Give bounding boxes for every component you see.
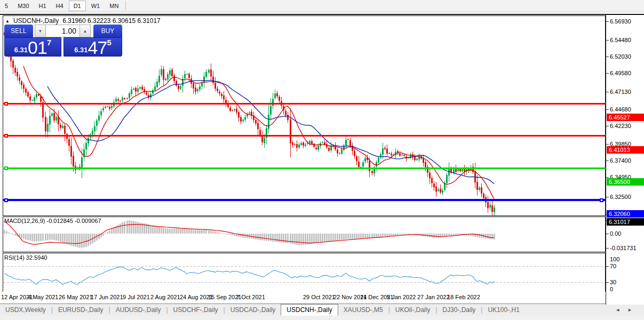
tab-usdchf-[interactable]: USDCHF-,Daily <box>168 305 224 315</box>
hline-support-blue[interactable] <box>3 199 606 201</box>
price-axis-tick <box>606 21 609 22</box>
price-axis-tick <box>606 126 609 126</box>
macd-axis-tick <box>606 248 609 249</box>
chart-title: ▲ USDCNH-,Daily 6.31960 6.32223 6.30615 … <box>5 17 161 25</box>
date-axis-label: 7 Oct 2021 <box>236 294 265 300</box>
rsi-axis-0: 0 <box>610 286 613 292</box>
macd-indicator-label: MACD(12,26,9) -0.012845 -0.009067 <box>4 218 101 224</box>
price-badge-resistance-2: 6.41013 <box>607 146 644 154</box>
volume-decrease-button[interactable]: ▼ <box>35 25 46 37</box>
timeframe-button-mn[interactable]: MN <box>105 1 123 11</box>
price-axis-tick <box>606 197 609 197</box>
chart-window: ▲ USDCNH-,Daily 6.31960 6.32223 6.30615 … <box>0 14 644 303</box>
timeframe-button-h4[interactable]: H4 <box>52 1 68 11</box>
date-axis-label: 5 Jan 2022 <box>387 294 416 300</box>
tab-scroll-left-icon[interactable]: ◄ <box>615 307 620 313</box>
tab-uk100-[interactable]: UK100-,H1 <box>482 305 524 315</box>
rsi-axis-30: 30 <box>610 279 616 285</box>
price-axis-tick <box>606 40 609 41</box>
price-axis-tick <box>606 57 609 57</box>
hline-anchor[interactable] <box>4 134 8 138</box>
buy-price-display[interactable]: 6.31475 <box>63 37 122 57</box>
price-axis-tick-label: 6.44680 <box>610 106 631 113</box>
date-axis-label: 4 May 2021 <box>28 294 58 300</box>
price-axis-tick-label: 6.47130 <box>610 89 631 95</box>
date-axis-label: 17 Jun 2021 <box>91 294 123 300</box>
timeframe-button-d1[interactable]: D1 <box>69 1 86 11</box>
tab-scroll-right-icon[interactable]: ► <box>627 307 632 313</box>
sell-price-pip: 7 <box>47 38 51 47</box>
hline-anchor[interactable] <box>4 102 8 106</box>
date-axis-label: 29 Oct 2021 <box>303 294 335 300</box>
tab-scroll-controls: ◄► <box>615 307 644 313</box>
price-axis-tick-label: 6.42230 <box>610 123 631 129</box>
sell-price-display[interactable]: 6.31017 <box>4 37 61 57</box>
symbol-period-label: USDCNH-,Daily <box>13 17 59 25</box>
buy-price-big: 47 <box>88 39 107 55</box>
tab-eurusd-[interactable]: EURUSD-,Daily <box>53 305 109 315</box>
price-axis-tick <box>606 144 609 145</box>
sell-button[interactable]: SELL <box>4 25 33 37</box>
date-axis-label: 18 Feb 2022 <box>447 294 480 300</box>
volume-input[interactable] <box>46 25 79 37</box>
buy-price-pip: 5 <box>107 38 111 47</box>
sell-price-big: 01 <box>28 39 47 55</box>
date-axis-label: 2 Aug 2021 <box>150 294 180 300</box>
price-axis-tick <box>606 73 609 74</box>
bottom-strip <box>0 316 644 320</box>
price-badge-resistance-1: 6.45527 <box>607 114 644 121</box>
macd-axis-zero: 0.00 <box>610 230 621 237</box>
price-axis-tick-label: 6.54480 <box>610 37 631 43</box>
timeframe-button-h1[interactable]: H1 <box>35 1 51 11</box>
date-axis-label: 27 Jan 2022 <box>417 294 450 300</box>
price-axis-tick-label: 6.52030 <box>610 53 631 60</box>
chart-tab-bar: USDX,Weekly|EURUSD-,Daily|AUDUSD-,Daily|… <box>0 303 644 316</box>
date-axis-label: 26 May 2021 <box>59 294 93 300</box>
mt4-window: 5M30H1H4D1W1MN ▲ USDCNH-,Daily 6.31960 6… <box>0 0 644 320</box>
sell-price-prefix: 6.31 <box>14 46 28 54</box>
tab-usdx[interactable]: USDX,Weekly <box>0 305 51 315</box>
buy-price-prefix: 6.31 <box>74 46 88 54</box>
tab-audusd-[interactable]: AUDUSD-,Daily <box>110 305 166 315</box>
price-badge-support-blue: 6.32060 <box>607 210 644 218</box>
hline-resistance-1[interactable] <box>3 103 606 105</box>
price-axis-tick-label: 6.32500 <box>610 194 631 200</box>
price-axis-tick <box>606 92 609 92</box>
tab-dj30-[interactable]: DJ30-,Daily <box>437 305 481 315</box>
buy-button[interactable]: BUY <box>93 25 122 37</box>
current-price-badge: 6.31017 <box>607 218 644 226</box>
hline-end-anchor[interactable] <box>600 198 603 202</box>
hline-anchor[interactable] <box>4 198 8 202</box>
rsi-axis-70: 70 <box>610 263 616 269</box>
timeframe-button-w1[interactable]: W1 <box>87 1 105 11</box>
price-axis-tick <box>606 109 609 110</box>
collapse-triangle-icon[interactable]: ▲ <box>5 19 10 23</box>
price-axis-tick <box>606 161 609 161</box>
price-axis-tick-label: 6.56930 <box>610 18 631 25</box>
rsi-indicator-label: RSI(14) 32.5940 <box>4 254 47 261</box>
hline-resistance-2[interactable] <box>3 135 606 137</box>
rsi-axis-tick <box>606 282 609 283</box>
date-axis[interactable]: 12 Apr 20214 May 202126 May 202117 Jun 2… <box>0 292 606 305</box>
date-axis-label: 9 Jul 2021 <box>123 294 150 300</box>
tab-usdcnh-[interactable]: USDCNH-,Daily <box>281 304 338 316</box>
price-axis-tick-label: 6.49580 <box>610 70 631 76</box>
timeframe-toolbar[interactable]: 5M30H1H4D1W1MN <box>0 0 644 12</box>
hline-support-green[interactable] <box>3 167 606 169</box>
volume-increase-button[interactable]: ▲ <box>79 25 91 37</box>
macd-axis-tick <box>606 234 609 234</box>
price-axis[interactable]: 6.45527 6.41013 6.36500 6.32060 6.31017 … <box>606 15 644 305</box>
tab-usdcad-[interactable]: USDCAD-,Daily <box>225 305 281 315</box>
toolbar-separator <box>125 1 126 11</box>
tab-ukoil-[interactable]: UKOil-,Daily <box>390 305 435 315</box>
rsi-axis-100: 100 <box>610 256 619 262</box>
ohlc-values: 6.31960 6.32223 6.30615 6.31017 <box>62 17 161 25</box>
price-axis-tick-label: 6.37400 <box>610 157 631 164</box>
one-click-trade-panel: SELL ▼ ▲ BUY 6.31017 6.31475 <box>4 25 122 57</box>
timeframe-button-5[interactable]: 5 <box>1 1 12 11</box>
price-badge-support-green: 6.36500 <box>607 178 644 186</box>
hline-anchor[interactable] <box>4 166 8 170</box>
price-axis-tick <box>606 177 609 178</box>
timeframe-button-m30[interactable]: M30 <box>13 1 33 11</box>
tab-xauusd-[interactable]: XAUUSD-,M5 <box>338 305 388 315</box>
